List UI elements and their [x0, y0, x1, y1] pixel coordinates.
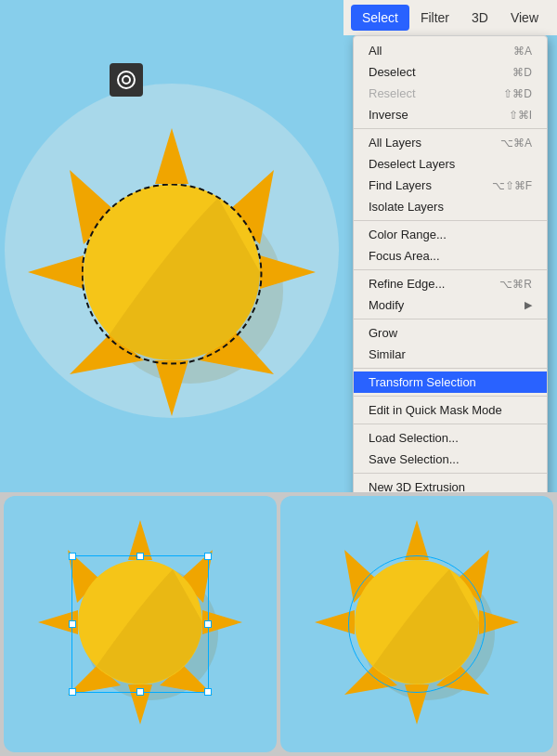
handle-tm[interactable]	[136, 553, 144, 560]
menu-item-similar[interactable]: Similar	[354, 344, 547, 365]
menu-bar: Select Filter 3D View	[343, 0, 557, 35]
menu-item-deselect[interactable]: Deselect ⌘D	[354, 61, 547, 83]
menu-item-all[interactable]: All ⌘A	[354, 40, 547, 61]
menu-item-refine-edge[interactable]: Refine Edge... ⌥⌘R	[354, 273, 547, 294]
svg-marker-3	[260, 255, 316, 289]
menu-item-reselect: Reselect ⇧⌘D	[354, 83, 547, 104]
separator-8	[354, 473, 547, 474]
bottom-left-panel	[4, 496, 277, 752]
svg-point-11	[123, 76, 130, 84]
separator-2	[354, 220, 547, 221]
menu-item-edit-quick-mask[interactable]: Edit in Quick Mask Mode	[354, 399, 547, 421]
circle-selection	[348, 555, 486, 693]
svg-marker-7	[28, 255, 84, 289]
bottom-panels	[0, 492, 557, 756]
separator-7	[354, 424, 547, 424]
svg-marker-23	[405, 520, 429, 560]
bottom-right-panel	[280, 496, 553, 752]
menu-item-save-selection[interactable]: Save Selection...	[354, 449, 547, 470]
menu-item-load-selection[interactable]: Load Selection...	[354, 427, 547, 449]
handle-bm[interactable]	[136, 688, 144, 696]
handle-br[interactable]	[204, 688, 212, 696]
separator-1	[354, 128, 547, 129]
menu-select[interactable]: Select	[351, 5, 409, 31]
svg-marker-5	[155, 360, 188, 416]
menu-item-grow[interactable]: Grow	[354, 322, 547, 344]
separator-4	[354, 319, 547, 319]
menu-3d[interactable]: 3D	[460, 5, 499, 31]
menu-item-deselect-layers[interactable]: Deselect Layers	[354, 153, 547, 175]
separator-6	[354, 396, 547, 397]
svg-point-10	[118, 72, 135, 88]
menu-item-new-3d-extrusion[interactable]: New 3D Extrusion	[354, 476, 547, 492]
handle-ml[interactable]	[69, 620, 76, 628]
menu-item-modify[interactable]: Modify ▶	[354, 294, 547, 316]
menu-item-color-range[interactable]: Color Range...	[354, 224, 547, 245]
menu-item-transform-selection[interactable]: Transform Selection	[354, 371, 547, 393]
select-dropdown-menu: All ⌘A Deselect ⌘D Reselect ⇧⌘D Inverse …	[353, 35, 548, 492]
main-sun	[28, 128, 316, 420]
handle-tl[interactable]	[69, 553, 76, 560]
menu-item-all-layers[interactable]: All Layers ⌥⌘A	[354, 132, 547, 153]
menu-item-inverse[interactable]: Inverse ⇧⌘I	[354, 104, 547, 125]
menu-item-isolate-layers[interactable]: Isolate Layers	[354, 196, 547, 217]
menu-item-find-layers[interactable]: Find Layers ⌥⇧⌘F	[354, 175, 547, 196]
handle-mr[interactable]	[204, 620, 212, 628]
separator-3	[354, 269, 547, 270]
quick-mask-icon-button[interactable]	[110, 63, 143, 97]
handle-bl[interactable]	[69, 688, 76, 696]
menu-item-focus-area[interactable]: Focus Area...	[354, 245, 547, 267]
separator-5	[354, 368, 547, 369]
menu-view[interactable]: View	[499, 5, 550, 31]
handle-tr[interactable]	[204, 553, 212, 560]
svg-marker-1	[155, 128, 188, 184]
menu-filter[interactable]: Filter	[409, 5, 460, 31]
top-canvas-area: Select Filter 3D View All ⌘A Deselect ⌘D…	[0, 0, 557, 492]
modify-arrow-icon: ▶	[525, 299, 532, 311]
square-selection	[71, 555, 209, 693]
